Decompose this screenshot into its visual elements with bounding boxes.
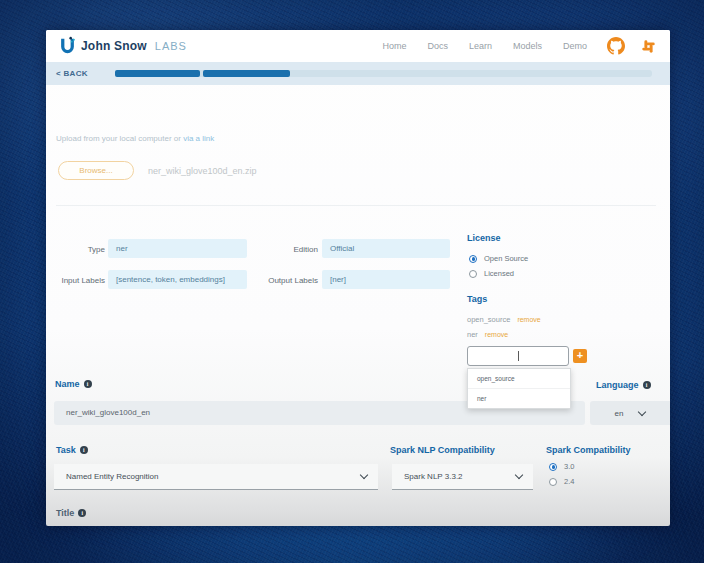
browse-button[interactable]: Browse...: [58, 161, 134, 180]
task-select[interactable]: Named Entity Recognition: [54, 464, 378, 490]
language-heading: Language: [596, 380, 651, 390]
nav-item-learn[interactable]: Learn: [469, 41, 492, 51]
edition-label: Edition: [252, 245, 318, 254]
info-icon[interactable]: [80, 446, 88, 454]
task-heading-label: Task: [56, 445, 76, 455]
task-heading: Task: [56, 445, 88, 455]
nav-item-docs[interactable]: Docs: [427, 41, 448, 51]
input-labels-input[interactable]: [sentence, token, embeddings]: [108, 270, 247, 289]
tag-item: ner remove: [467, 330, 508, 339]
license-option-licensed[interactable]: Licensed: [469, 269, 514, 278]
info-icon[interactable]: [78, 509, 86, 517]
spark-compat-label: 3.0: [564, 462, 574, 471]
type-input[interactable]: ner: [108, 239, 247, 258]
brand-name: John Snow: [81, 39, 147, 53]
license-option-label: Open Source: [484, 254, 528, 263]
spark-compat-option-30[interactable]: 3.0: [549, 462, 574, 471]
name-heading-label: Name: [55, 379, 80, 389]
header-icons: [607, 37, 657, 55]
title-heading-label: Title: [56, 508, 74, 518]
main-nav: Home Docs Learn Models Demo: [382, 41, 587, 51]
title-heading: Title: [56, 508, 86, 518]
tag-text-input[interactable]: [467, 346, 569, 366]
tag-suggestion-item[interactable]: open_source: [468, 369, 570, 389]
spark-nlp-compatibility-heading: Spark NLP Compatibility: [390, 445, 495, 455]
name-heading: Name: [55, 379, 92, 389]
chevron-down-icon: [638, 407, 646, 415]
input-labels-label: Input Labels: [50, 276, 105, 285]
chevron-down-icon: [360, 471, 368, 479]
progress-segment: [115, 70, 200, 77]
slack-icon[interactable]: [640, 38, 657, 55]
section-divider: [56, 205, 656, 206]
edition-input[interactable]: Official: [322, 239, 450, 258]
license-heading: License: [467, 233, 501, 243]
add-tag-button[interactable]: +: [573, 349, 587, 363]
tag-name: ner: [467, 330, 478, 339]
tags-heading: Tags: [467, 294, 487, 304]
wizard-progress-bar: [115, 70, 652, 77]
spark-compat-label: 2.4: [564, 477, 574, 486]
output-labels-label: Output Labels: [252, 276, 318, 285]
radio-selected-icon[interactable]: [549, 463, 557, 471]
info-icon[interactable]: [84, 380, 92, 388]
output-labels-input[interactable]: [ner]: [322, 270, 450, 289]
progress-segment: [203, 70, 290, 77]
language-select[interactable]: en: [590, 401, 670, 425]
brand-suffix: LABS: [155, 40, 187, 52]
type-label: Type: [50, 245, 105, 254]
spark-nlp-select[interactable]: Spark NLP 3.3.2: [392, 464, 533, 490]
nav-item-home[interactable]: Home: [382, 41, 406, 51]
tag-item: open_source remove: [467, 315, 541, 324]
license-option-open-source[interactable]: Open Source: [469, 254, 528, 263]
upload-instruction: Upload from your local computer or via a…: [56, 134, 214, 143]
tag-name: open_source: [467, 315, 510, 324]
tag-suggestions-dropdown: open_source ner: [467, 368, 571, 409]
shield-logo-icon: [59, 36, 76, 57]
language-selected-value: en: [615, 409, 624, 418]
upload-via-link[interactable]: via a link: [183, 134, 214, 143]
spark-compatibility-heading: Spark Compatibility: [546, 445, 631, 455]
spark-nlp-selected-value: Spark NLP 3.3.2: [404, 472, 463, 481]
spark-compat-option-24[interactable]: 2.4: [549, 477, 574, 486]
task-selected-value: Named Entity Recognition: [66, 472, 159, 481]
progress-toolbar: < BACK: [46, 62, 670, 85]
tag-suggestion-item[interactable]: ner: [468, 389, 570, 408]
models-hub-upload-page: John Snow LABS Home Docs Learn Models De…: [46, 30, 670, 526]
language-heading-label: Language: [596, 380, 639, 390]
radio-unselected-icon[interactable]: [549, 478, 557, 486]
license-option-label: Licensed: [484, 269, 514, 278]
info-icon[interactable]: [643, 381, 651, 389]
upload-instruction-text: Upload from your local computer or: [56, 134, 183, 143]
text-cursor: [518, 351, 519, 361]
brand-logo[interactable]: John Snow LABS: [59, 36, 187, 57]
back-button[interactable]: < BACK: [56, 69, 88, 78]
github-icon[interactable]: [607, 37, 625, 55]
radio-unselected-icon[interactable]: [469, 270, 477, 278]
chevron-down-icon: [515, 471, 523, 479]
tag-remove-link[interactable]: remove: [517, 316, 540, 323]
nav-item-demo[interactable]: Demo: [563, 41, 587, 51]
radio-selected-icon[interactable]: [469, 255, 477, 263]
tag-remove-link[interactable]: remove: [485, 331, 508, 338]
nav-item-models[interactable]: Models: [513, 41, 542, 51]
uploaded-filename: ner_wiki_glove100d_en.zip: [148, 166, 257, 176]
site-header: John Snow LABS Home Docs Learn Models De…: [46, 30, 670, 62]
